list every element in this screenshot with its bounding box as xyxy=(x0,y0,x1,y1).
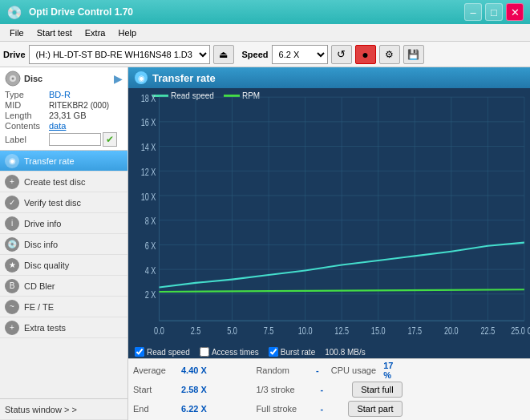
menu-extra[interactable]: Extra xyxy=(79,26,112,39)
menu-start-test[interactable]: Start test xyxy=(30,26,79,39)
end-value: 6.22 X xyxy=(181,404,217,414)
chart-title: Transfer rate xyxy=(152,72,216,84)
cpu-label: CPU usage xyxy=(331,365,383,375)
main-area: Disc ▶ Type BD-R MID RITEKBR2 (000) Leng… xyxy=(0,67,530,420)
close-button[interactable]: ✕ xyxy=(506,3,524,21)
svg-text:7.5: 7.5 xyxy=(264,325,274,337)
svg-text:8 X: 8 X xyxy=(145,216,156,227)
fullstroke-value: - xyxy=(320,404,336,414)
nav-label-cd-bler: CD Bler xyxy=(24,281,55,291)
checkbox-access-times-label: Access times xyxy=(212,348,259,357)
checkbox-access-times[interactable]: Access times xyxy=(200,347,259,357)
nav-label-extra: Extra tests xyxy=(24,323,66,333)
svg-text:10 X: 10 X xyxy=(141,191,156,202)
stat-empty2-row xyxy=(403,381,525,398)
stat-fullstroke-row: Full stroke - Start part xyxy=(256,400,402,418)
stat-start-row: Start 2.58 X xyxy=(133,381,256,398)
nav-fe-te[interactable]: ~ FE / TE xyxy=(0,297,127,317)
disc-type-value: BD-R xyxy=(49,90,71,99)
nav-drive-info[interactable]: i Drive info xyxy=(0,213,127,234)
toolbar: Drive (H:) HL-DT-ST BD-RE WH16NS48 1.D3 … xyxy=(0,42,530,67)
start-part-button[interactable]: Start part xyxy=(348,401,402,417)
speed-label: Speed xyxy=(242,50,269,59)
stat-empty3-row xyxy=(403,400,525,418)
stat-random-row: Random - CPU usage 17 % xyxy=(256,361,402,379)
nav-icon-create-test: + xyxy=(5,175,19,189)
svg-text:2 X: 2 X xyxy=(145,289,156,301)
fullstroke-label: Full stroke xyxy=(256,404,320,414)
random-label: Random xyxy=(256,365,316,375)
nav-icon-cd-bler: B xyxy=(5,279,19,293)
status-window-button[interactable]: Status window > > xyxy=(0,399,127,420)
checkbox-access-times-input[interactable] xyxy=(200,347,209,357)
checkbox-burst-rate-input[interactable] xyxy=(269,347,278,357)
nav-icon-drive-info: i xyxy=(5,216,19,231)
settings-button[interactable]: ⚙ xyxy=(379,45,400,64)
checkbox-read-speed-input[interactable] xyxy=(135,347,144,357)
red-button[interactable]: ● xyxy=(355,45,376,64)
svg-text:20.0: 20.0 xyxy=(444,325,459,337)
checkbox-burst-rate[interactable]: Burst rate xyxy=(269,347,315,357)
disc-mid-value: RITEKBR2 (000) xyxy=(49,101,109,110)
svg-text:17.5: 17.5 xyxy=(407,325,422,337)
stat-end-row: End 6.22 X xyxy=(133,400,256,418)
speed-select[interactable]: 6.2 X MAX 4.0 X 2.0 X xyxy=(272,45,328,64)
nav-items: ◉ Transfer rate + Create test disc ✓ Ver… xyxy=(0,151,127,398)
svg-text:16 X: 16 X xyxy=(141,117,156,128)
sidebar-bottom: Status window > > xyxy=(0,398,127,420)
nav-disc-info[interactable]: 💿 Disc info xyxy=(0,234,127,255)
disc-length-value: 23,31 GB xyxy=(49,111,86,120)
nav-create-test-disc[interactable]: + Create test disc xyxy=(0,172,127,192)
minimize-button[interactable]: – xyxy=(464,3,482,21)
nav-label-create-test: Create test disc xyxy=(24,177,85,187)
nav-extra-tests[interactable]: + Extra tests xyxy=(0,317,127,338)
disc-expand-icon[interactable]: ▶ xyxy=(114,72,123,85)
nav-label-disc-quality: Disc quality xyxy=(24,260,69,270)
stats-area: Average 4.40 X Random - CPU usage 17 % S… xyxy=(128,358,530,420)
title-bar: 💿 Opti Drive Control 1.70 – □ ✕ xyxy=(0,0,530,24)
save-button[interactable]: 💾 xyxy=(403,45,424,64)
nav-verify-test-disc[interactable]: ✓ Verify test disc xyxy=(0,192,127,213)
nav-transfer-rate[interactable]: ◉ Transfer rate xyxy=(0,151,127,172)
svg-text:12.5: 12.5 xyxy=(334,325,349,337)
refresh-button[interactable]: ↺ xyxy=(331,45,352,64)
svg-text:4 X: 4 X xyxy=(145,265,156,276)
label-confirm-button[interactable]: ✔ xyxy=(103,132,117,147)
menu-file[interactable]: File xyxy=(3,26,30,39)
svg-text:10.0: 10.0 xyxy=(298,325,313,337)
disc-panel-icon xyxy=(5,71,21,87)
svg-text:14 X: 14 X xyxy=(141,142,156,153)
drive-select[interactable]: (H:) HL-DT-ST BD-RE WH16NS48 1.D3 xyxy=(29,45,210,64)
burst-rate-value: 100.8 MB/s xyxy=(325,348,366,357)
nav-label-transfer-rate: Transfer rate xyxy=(24,156,75,166)
chart-container: Read speed RPM xyxy=(128,88,530,345)
eject-button[interactable]: ⏏ xyxy=(213,45,234,64)
stat-average-row: Average 4.40 X xyxy=(133,361,256,379)
svg-text:25.0 GB: 25.0 GB xyxy=(511,325,530,337)
nav-icon-transfer-rate: ◉ xyxy=(5,154,19,168)
svg-text:22.5: 22.5 xyxy=(481,325,496,337)
chart-header-icon: ◉ xyxy=(135,71,148,84)
start-label: Start xyxy=(133,385,181,394)
mid-label: MID xyxy=(5,100,49,110)
nav-icon-disc-quality: ★ xyxy=(5,258,19,273)
menu-help[interactable]: Help xyxy=(111,26,143,39)
svg-text:12 X: 12 X xyxy=(141,166,156,177)
length-label: Length xyxy=(5,111,49,120)
nav-disc-quality[interactable]: ★ Disc quality xyxy=(0,255,127,276)
start-full-button[interactable]: Start full xyxy=(352,382,402,398)
nav-cd-bler[interactable]: B CD Bler xyxy=(0,276,127,297)
contents-label: Contents xyxy=(5,121,49,131)
nav-label-fe-te: FE / TE xyxy=(24,302,54,312)
nav-icon-disc-info: 💿 xyxy=(5,237,19,252)
maximize-button[interactable]: □ xyxy=(485,3,503,21)
label-input[interactable] xyxy=(49,133,101,146)
chart-svg: 18 X 16 X 14 X 12 X 10 X 8 X 6 X 4 X 2 X… xyxy=(128,88,530,345)
stat-stroke13-row: 1/3 stroke - Start full xyxy=(256,381,402,398)
disc-section-title: Disc xyxy=(24,74,42,83)
nav-icon-verify: ✓ xyxy=(5,196,19,210)
disc-contents-value[interactable]: data xyxy=(49,121,66,131)
average-label: Average xyxy=(133,365,181,375)
checkbox-read-speed[interactable]: Read speed xyxy=(135,347,190,357)
nav-label-drive-info: Drive info xyxy=(24,219,61,228)
